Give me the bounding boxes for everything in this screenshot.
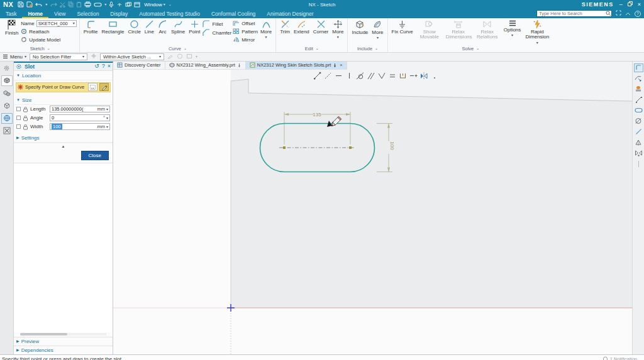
tab-close-icon[interactable]: × (340, 62, 342, 68)
width-lock-icon[interactable] (23, 124, 28, 130)
toolbar-more-icon[interactable]: ▾ (196, 55, 197, 58)
point-on-curve-constraint-icon[interactable] (323, 71, 333, 80)
update-model-button[interactable]: Update Model (21, 36, 76, 43)
finish-sketch-button[interactable]: Finish (4, 19, 19, 36)
preview-section-header[interactable]: ▶Preview (14, 337, 113, 346)
point-button[interactable]: Point (187, 19, 201, 35)
restore-button[interactable] (628, 1, 633, 8)
spline-button[interactable]: Spline (170, 19, 186, 35)
sketch-group-dialog-launcher[interactable]: ⌄ (47, 46, 50, 50)
minimize-ribbon-icon[interactable] (625, 11, 631, 17)
horizontal-constraint-icon[interactable] (333, 71, 343, 80)
panel-scrollbar[interactable] (20, 333, 106, 335)
menu-button[interactable]: Menu▾ (3, 54, 26, 60)
tab-view[interactable]: View (48, 9, 71, 18)
notification-area[interactable]: 1 Notification (602, 356, 642, 360)
rapid-dimension-button[interactable]: Rapid Dimension ▾ (523, 19, 551, 45)
line-button[interactable]: Line (143, 19, 155, 35)
datum-tool-icon[interactable] (634, 138, 643, 147)
chamfer-button[interactable]: Chamfer (203, 29, 231, 36)
curve-more-button[interactable]: More ▾ (259, 19, 273, 40)
window-menu[interactable]: Window▾ ⌄ (144, 2, 172, 8)
tools-palette-icon[interactable] (1, 126, 13, 136)
tab-task[interactable]: Task (0, 9, 22, 18)
dependencies-section-header[interactable]: ▶Dependencies (14, 346, 113, 354)
include-button[interactable]: Include (350, 19, 369, 36)
paste-icon[interactable] (76, 1, 82, 8)
touch-mode-icon[interactable] (116, 2, 123, 8)
settings-section-header[interactable]: ▶Settings (14, 133, 113, 143)
part-navigator-icon[interactable] (1, 75, 13, 86)
cut-icon[interactable] (60, 2, 65, 8)
length-lock-icon[interactable] (23, 106, 28, 112)
show-wireframe-icon[interactable] (186, 53, 192, 60)
assembly-navigator-icon[interactable] (1, 88, 13, 99)
mirror-constraint-icon[interactable] (419, 71, 429, 80)
coincident-constraint-icon[interactable] (312, 71, 322, 80)
shape-oval-icon[interactable] (94, 2, 102, 8)
resourcebar-settings-icon[interactable] (1, 63, 13, 74)
fillet-button[interactable]: Fillet (203, 20, 231, 28)
tab-wing-assembly[interactable]: NX2312 Wing_Assembly.prt (165, 62, 246, 69)
save-as-icon[interactable] (26, 1, 33, 8)
snap-point-icon[interactable] (91, 53, 97, 60)
mirror-button[interactable]: Mirror (233, 36, 258, 43)
options-button[interactable]: Options ▾ (502, 19, 523, 38)
offset-button[interactable]: Offset (233, 19, 258, 27)
show-shaded-icon[interactable] (177, 53, 183, 60)
undo-icon[interactable] (35, 1, 43, 8)
tab-selection[interactable]: Selection (71, 9, 104, 18)
curve-group-dialog-launcher[interactable]: ⌄ (184, 46, 187, 50)
constraint-navigator-icon[interactable] (1, 101, 13, 111)
point-dialog-button[interactable] (88, 83, 97, 91)
dialog-close-button[interactable]: Close (81, 151, 109, 160)
dialog-help-icon[interactable]: ? (102, 63, 105, 69)
profile-button[interactable]: Profile (82, 19, 99, 35)
help-icon[interactable]: ? (635, 11, 641, 17)
tab-conformal-cooling[interactable]: Conformal Cooling (206, 9, 261, 18)
arc-button[interactable]: Arc (157, 19, 169, 35)
tab-display[interactable]: Display (104, 9, 133, 18)
perpendicular-constraint-icon[interactable] (376, 71, 386, 80)
extend-button[interactable]: Extend (292, 19, 311, 35)
undo-dropdown-icon[interactable]: ▾ (45, 3, 47, 6)
graphics-window[interactable]: 135 100 (113, 62, 632, 354)
selection-scope-dropdown[interactable]: Within Active Sketch ...▾ (100, 53, 164, 60)
corner-button[interactable]: Corner (312, 19, 330, 35)
command-search[interactable] (536, 10, 612, 17)
rectangle-button[interactable]: Rectangle (100, 19, 125, 35)
mirror-display-tool-icon[interactable] (634, 149, 643, 158)
show-hide-tool-icon[interactable] (634, 117, 643, 126)
fullscreen-icon[interactable] (616, 10, 621, 17)
move-window-icon[interactable] (125, 2, 131, 8)
print-icon[interactable] (84, 1, 91, 8)
pin-icon[interactable] (333, 63, 337, 68)
fix-curve-button[interactable]: Fix Curve (391, 19, 414, 35)
shape-dropdown-icon[interactable]: ▾ (104, 3, 106, 6)
solve-group-dialog-launcher[interactable]: ⌄ (476, 46, 479, 50)
specify-point-row[interactable]: Specify Point or Draw Curve (16, 82, 111, 92)
length-checkbox[interactable] (16, 107, 21, 111)
dialog-collapse-handle[interactable]: ▲ (14, 143, 113, 150)
search-input[interactable] (537, 11, 606, 16)
length-field[interactable]: 135.00000000( mm ▾ (50, 106, 110, 112)
collinear-constraint-icon[interactable] (408, 71, 418, 80)
web-browser-icon[interactable] (1, 113, 13, 124)
stamp-tool-icon[interactable] (634, 85, 643, 94)
window-layout-icon[interactable] (134, 2, 140, 8)
tab-sketch-slots-active[interactable]: NX2312 Wing Skin Sketch Slots.prt × (246, 62, 347, 69)
slot-tool-icon[interactable] (634, 106, 643, 115)
reattach-button[interactable]: Reattach (21, 28, 76, 35)
edit-more-button[interactable]: More ▾ (331, 19, 345, 40)
tab-animation-designer[interactable]: Animation Designer (261, 9, 319, 18)
dialog-close-icon[interactable]: × (108, 63, 111, 69)
relations-tool-icon[interactable] (634, 74, 643, 83)
pin-icon[interactable] (237, 63, 242, 68)
profile-tool-icon[interactable] (634, 63, 643, 72)
tab-automated-testing-studio[interactable]: Automated Testing Studio (133, 9, 206, 18)
dim-width-text[interactable]: 100 (389, 141, 395, 150)
highlight-icon[interactable] (167, 53, 174, 60)
diagonal-line-tool-icon[interactable] (634, 128, 643, 136)
parallel-constraint-icon[interactable] (365, 71, 375, 80)
tangent-constraint-icon[interactable] (355, 71, 365, 80)
